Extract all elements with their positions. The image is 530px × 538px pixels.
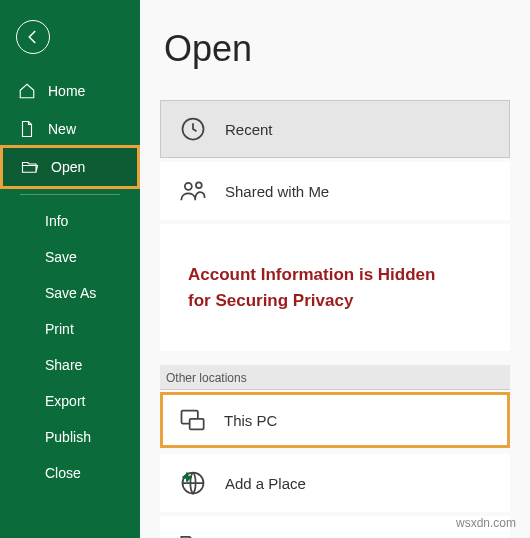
location-this-pc[interactable]: This PC	[160, 392, 510, 448]
page-title: Open	[164, 28, 510, 70]
nav-export[interactable]: Export	[0, 383, 140, 419]
nav-share[interactable]: Share	[0, 347, 140, 383]
nav-label: Export	[45, 393, 85, 409]
nav-new[interactable]: New	[0, 110, 140, 148]
nav-label: Publish	[45, 429, 91, 445]
this-pc-icon	[178, 406, 206, 434]
nav-print[interactable]: Print	[0, 311, 140, 347]
back-button[interactable]	[16, 20, 50, 54]
svg-rect-4	[190, 419, 204, 430]
folder-open-icon	[21, 158, 39, 176]
privacy-notice: Account Information is Hidden for Securi…	[160, 224, 510, 351]
location-label: Recent	[225, 121, 273, 138]
folder-icon	[179, 531, 207, 538]
nav-save-as[interactable]: Save As	[0, 275, 140, 311]
nav-save[interactable]: Save	[0, 239, 140, 275]
location-recent[interactable]: Recent	[160, 100, 510, 158]
people-icon	[179, 177, 207, 205]
nav-divider	[20, 194, 120, 195]
location-label: Add a Place	[225, 475, 306, 492]
nav-label: New	[48, 121, 76, 137]
nav-label: Close	[45, 465, 81, 481]
location-label: Shared with Me	[225, 183, 329, 200]
nav-home[interactable]: Home	[0, 72, 140, 110]
add-place-icon	[179, 469, 207, 497]
svg-point-2	[196, 182, 202, 188]
location-add-place[interactable]: Add a Place	[160, 454, 510, 512]
main-panel: Open Recent Shared with Me Account Infor…	[140, 0, 530, 538]
nav-info[interactable]: Info	[0, 203, 140, 239]
arrow-left-icon	[24, 28, 42, 46]
location-label: This PC	[224, 412, 277, 429]
privacy-text-line2: for Securing Privacy	[188, 288, 482, 314]
nav-label: Save	[45, 249, 77, 265]
clock-icon	[179, 115, 207, 143]
nav-label: Save As	[45, 285, 96, 301]
svg-point-1	[185, 183, 192, 190]
backstage-sidebar: Home New Open Info Save Save As Print Sh…	[0, 0, 140, 538]
nav-open[interactable]: Open	[3, 148, 137, 186]
home-icon	[18, 82, 36, 100]
privacy-text-line1: Account Information is Hidden	[188, 262, 482, 288]
section-other-locations: Other locations	[160, 365, 510, 390]
nav-publish[interactable]: Publish	[0, 419, 140, 455]
document-icon	[18, 120, 36, 138]
nav-label: Share	[45, 357, 82, 373]
location-shared[interactable]: Shared with Me	[160, 162, 510, 220]
nav-label: Print	[45, 321, 74, 337]
nav-label: Info	[45, 213, 68, 229]
nav-label: Open	[51, 159, 85, 175]
nav-close[interactable]: Close	[0, 455, 140, 491]
watermark: wsxdn.com	[456, 516, 516, 530]
nav-label: Home	[48, 83, 85, 99]
